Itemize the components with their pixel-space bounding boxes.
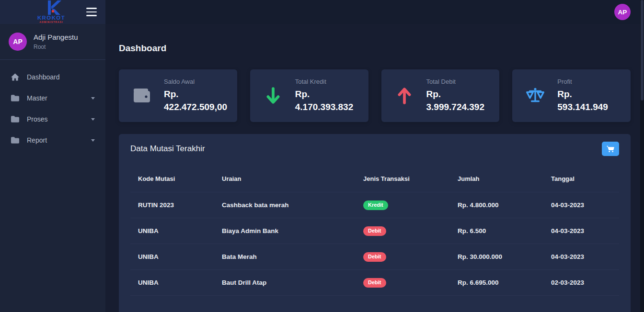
status-badge: Kredit [363, 201, 388, 210]
cell-uraian: Biaya Admin Bank [214, 218, 356, 244]
status-badge: Debit [363, 252, 386, 262]
topbar: KROKOT ADMINISTRASI AP [0, 0, 644, 24]
scrollbar-thumb[interactable] [641, 0, 644, 100]
sidebar-item-label: Report [27, 136, 47, 144]
cell-jumlah: Rp. 6.695.000 [450, 270, 543, 296]
main-content: Dashboard Saldo Awal Rp. 422.472.509,00 [105, 24, 644, 312]
table-row-partial [130, 296, 619, 302]
sidebar-item-report[interactable]: Report [0, 130, 105, 151]
column-header: Jenis Transaksi [356, 168, 450, 192]
sidebar-item-label: Master [27, 94, 47, 102]
logo-subtext: ADMINISTRASI [39, 21, 63, 23]
mutasi-table: Kode Mutasi Uraian Jenis Transaksi Jumla… [130, 168, 619, 302]
sidebar-item-label: Proses [27, 115, 48, 123]
column-header: Tanggal [543, 168, 619, 192]
stat-card-total-kredit: Total Kredit Rp. 4.170.393.832 [250, 69, 368, 122]
stat-card-saldo-awal: Saldo Awal Rp. 422.472.509,00 [119, 69, 237, 122]
cell-tanggal: 04-03-2023 [543, 218, 619, 244]
user-name: Adji Pangestu [34, 33, 78, 41]
stat-label: Profit [557, 78, 621, 85]
cell-kode-mutasi: UNIBA [130, 244, 214, 270]
cell-uraian: Baut Drill Atap [214, 270, 356, 296]
chevron-down-icon [91, 139, 95, 142]
chevron-down-icon [91, 118, 95, 121]
sidebar: AP Adji Pangestu Root Dashboard Master P… [0, 24, 105, 312]
sidebar-nav: Dashboard Master Proses Report [0, 60, 105, 151]
cell-kode-mutasi: UNIBA [130, 270, 214, 296]
column-header: Kode Mutasi [130, 168, 214, 192]
scale-icon [525, 87, 546, 104]
folder-icon [11, 136, 20, 145]
chevron-down-icon [91, 97, 95, 100]
sidebar-item-label: Dashboard [27, 73, 60, 81]
krokot-logo[interactable]: KROKOT ADMINISTRASI [31, 0, 72, 23]
stat-card-profit: Profit Rp. 593.141.949 [512, 69, 631, 122]
status-badge: Debit [363, 226, 386, 236]
stat-value: Rp. 3.999.724.392 [426, 88, 490, 114]
table-row: UNIBA Bata Merah Debit Rp. 30.000.000 04… [130, 244, 619, 270]
cell-tanggal: 02-03-2023 [543, 270, 619, 296]
user-role: Root [34, 44, 78, 50]
wallet-icon [131, 88, 152, 103]
cell-uraian: Cashback bata merah [214, 192, 356, 218]
cell-tanggal: 04-03-2023 [543, 192, 619, 218]
column-header: Uraian [214, 168, 356, 192]
cart-button[interactable] [602, 142, 619, 156]
mutasi-panel: Data Mutasi Terakhir Kode Mutasi Uraian … [119, 134, 631, 312]
brand-block: KROKOT ADMINISTRASI [0, 0, 105, 24]
home-icon [11, 73, 20, 81]
table-row: UNIBA Biaya Admin Bank Debit Rp. 6.500 0… [130, 218, 619, 244]
stat-label: Total Kredit [295, 78, 359, 85]
folder-icon [11, 115, 20, 123]
user-avatar[interactable]: AP [614, 4, 631, 20]
cell-uraian: Bata Merah [214, 244, 356, 270]
topbar-right: AP [105, 4, 644, 20]
logo-text: KROKOT [37, 15, 65, 21]
sidebar-item-master[interactable]: Master [0, 88, 105, 109]
sidebar-user-block: AP Adji Pangestu Root [0, 24, 105, 60]
status-badge: Debit [363, 278, 386, 288]
table-row: UNIBA Baut Drill Atap Debit Rp. 6.695.00… [130, 270, 619, 296]
page-title: Dashboard [119, 43, 631, 54]
arrow-up-icon [394, 87, 415, 105]
column-header: Jumlah [450, 168, 543, 192]
sidebar-item-proses[interactable]: Proses [0, 109, 105, 130]
sidebar-user-avatar: AP [9, 33, 27, 51]
stat-value: Rp. 593.141.949 [557, 88, 621, 114]
cell-jumlah: Rp. 30.000.000 [450, 244, 543, 270]
stat-value: Rp. 4.170.393.832 [295, 88, 359, 114]
stat-card-total-debit: Total Debit Rp. 3.999.724.392 [381, 69, 500, 122]
stat-label: Saldo Awal [164, 78, 228, 85]
stat-label: Total Debit [426, 78, 490, 85]
cell-jumlah: Rp. 6.500 [450, 218, 543, 244]
cell-kode-mutasi: UNIBA [130, 218, 214, 244]
cart-icon [607, 145, 614, 153]
stat-cards-row: Saldo Awal Rp. 422.472.509,00 Total Kred… [119, 69, 631, 122]
sidebar-item-dashboard[interactable]: Dashboard [0, 67, 105, 88]
arrow-down-icon [263, 87, 284, 105]
table-row: RUTIN 2023 Cashback bata merah Kredit Rp… [130, 192, 619, 218]
cell-kode-mutasi: RUTIN 2023 [130, 192, 214, 218]
stat-value: Rp. 422.472.509,00 [164, 88, 228, 114]
panel-title: Data Mutasi Terakhir [130, 144, 205, 154]
table-header-row: Kode Mutasi Uraian Jenis Transaksi Jumla… [130, 168, 619, 192]
cell-tanggal: 04-03-2023 [543, 244, 619, 270]
cell-jumlah: Rp. 4.800.000 [450, 192, 543, 218]
hamburger-menu-icon[interactable] [86, 7, 98, 17]
folder-icon [11, 94, 20, 102]
vertical-scrollbar[interactable] [640, 0, 644, 312]
